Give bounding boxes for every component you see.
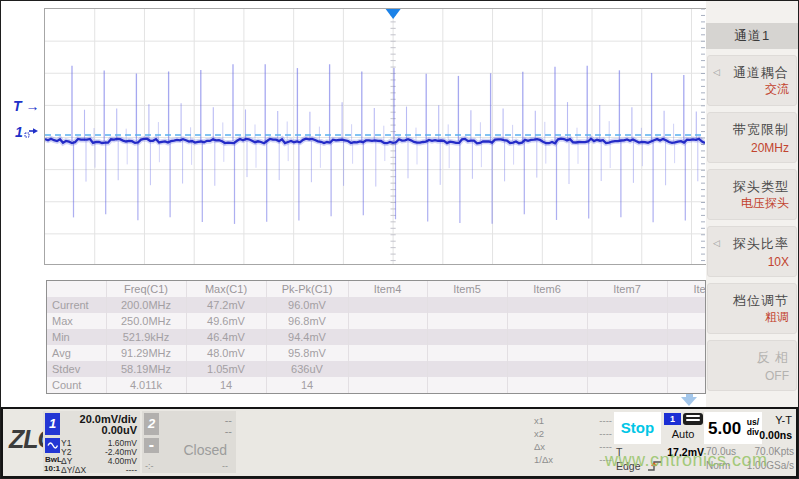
measure-value bbox=[507, 345, 587, 361]
probe-ratio-flag: 10:1 bbox=[44, 464, 60, 473]
measure-value bbox=[587, 297, 667, 313]
cursor-row-label: 1/Δx bbox=[534, 454, 553, 465]
run-state-label: Stop bbox=[621, 419, 654, 436]
trigger-coupling-icon[interactable] bbox=[683, 413, 703, 425]
measure-value: 95.8mV bbox=[266, 345, 348, 361]
measure-value bbox=[587, 361, 667, 377]
sidebar-item-2[interactable]: 探头类型电压探头 bbox=[707, 169, 797, 220]
sidebar-item-label: 探头类型 bbox=[733, 178, 789, 196]
measure-col-header[interactable]: Item8 bbox=[667, 281, 706, 297]
measure-value bbox=[427, 329, 507, 345]
trigger-source-badge[interactable]: 1 bbox=[664, 413, 681, 425]
measure-value bbox=[587, 329, 667, 345]
sidebar-item-5: 反 相OFF bbox=[707, 340, 797, 391]
submenu-arrow-icon: ◁ bbox=[713, 67, 720, 77]
trigger-marker-arrow-icon: → bbox=[25, 98, 39, 114]
measure-value bbox=[667, 313, 706, 329]
waveform-canvas[interactable] bbox=[45, 9, 705, 264]
measure-col-header[interactable]: Max(C1) bbox=[186, 281, 266, 297]
cursor-row: x2---- bbox=[534, 428, 612, 441]
measure-value bbox=[667, 297, 706, 313]
trigger-level-marker[interactable]: T → bbox=[13, 98, 39, 114]
display-mode: Y-T bbox=[746, 414, 792, 426]
run-stop-indicator[interactable]: Stop bbox=[614, 412, 661, 444]
channel1-cursor-row-label: ΔY/ΔX bbox=[61, 465, 86, 475]
measure-value bbox=[427, 345, 507, 361]
measure-col-header[interactable]: Item6 bbox=[507, 281, 587, 297]
trigger-sweep-mode[interactable]: Auto bbox=[662, 428, 704, 440]
sidebar-item-label: 档位调节 bbox=[733, 292, 789, 310]
sidebar-item-3[interactable]: ◁探头比率10X bbox=[707, 226, 797, 277]
table-row: Count4.011k1414 bbox=[47, 377, 706, 393]
sidebar-item-1[interactable]: 带宽限制20MHz bbox=[707, 112, 797, 163]
table-row: Min521.9kHz46.4mV94.4mV bbox=[47, 329, 706, 345]
measure-value bbox=[587, 345, 667, 361]
measure-row-label: Min bbox=[47, 329, 106, 345]
channel2-status-box[interactable]: 2 -- -- - Closed -:- -- bbox=[142, 411, 236, 473]
measure-value: 46.4mV bbox=[186, 329, 266, 345]
channel1-cursor-row: Y2-2.40mV bbox=[61, 447, 137, 456]
measure-value bbox=[348, 313, 427, 329]
table-row: Current200.0MHz47.2mV96.0mV bbox=[47, 297, 706, 313]
sidebar-item-0[interactable]: ◁通道耦合交流 bbox=[707, 55, 797, 106]
bandwidth-limit-flag: BwL bbox=[45, 455, 62, 464]
table-row: Max250.0MHz49.6mV96.8mV bbox=[47, 313, 706, 329]
sidebar-title: 通道1 bbox=[706, 23, 798, 49]
measurement-table: Freq(C1)Max(C1)Pk-Pk(C1)Item4Item5Item6I… bbox=[46, 280, 706, 394]
channel1-offset: 0.00uV bbox=[102, 424, 137, 436]
sidebar-item-value: 10X bbox=[768, 255, 789, 269]
channel1-cursor-row: ΔY/ΔX---- bbox=[61, 465, 137, 474]
sidebar-item-label: 探头比率 bbox=[733, 235, 789, 253]
measure-value: 96.0mV bbox=[266, 297, 348, 313]
measure-row-label: Count bbox=[47, 377, 106, 393]
measure-value: 48.0mV bbox=[186, 345, 266, 361]
channel1-cursor-row: Y11.60mV bbox=[61, 438, 137, 447]
channel1-cursor-row: ΔY4.00mV bbox=[61, 456, 137, 465]
channel1-marker-arrow-icon bbox=[24, 126, 39, 138]
cursor-row: Δx---- bbox=[534, 441, 612, 454]
measure-value: 1.05mV bbox=[186, 361, 266, 377]
measure-value bbox=[348, 361, 427, 377]
measure-col-header[interactable]: Item5 bbox=[427, 281, 507, 297]
sidebar-item-4[interactable]: 档位调节粗调 bbox=[707, 283, 797, 334]
trigger-delay: 0.00ns bbox=[746, 429, 792, 441]
measure-col-header[interactable]: Pk-Pk(C1) bbox=[266, 281, 348, 297]
measure-value bbox=[667, 329, 706, 345]
measure-value bbox=[427, 297, 507, 313]
oscilloscope-app-window: T → 1 Freq(C1)Max(C1)Pk-Pk(C1)Item4Item5… bbox=[0, 0, 799, 479]
measure-value bbox=[507, 297, 587, 313]
measure-col-header[interactable]: Item4 bbox=[348, 281, 427, 297]
channel2-status: Closed bbox=[183, 442, 227, 458]
trigger-position-icon[interactable] bbox=[386, 9, 401, 19]
channel1-status-box[interactable]: 1 20.0mV/div 0.00uV BwL 10:1 Y11.60mVY2-… bbox=[43, 411, 140, 473]
channel2-bottom-right: -- bbox=[222, 461, 228, 471]
measure-value bbox=[348, 329, 427, 345]
trigger-marker-label: T bbox=[13, 98, 22, 114]
sine-wave-icon bbox=[45, 438, 60, 453]
measure-value: 250.0MHz bbox=[106, 313, 186, 329]
channel1-cursor-row-value: ---- bbox=[126, 465, 137, 475]
sidebar-item-label: 通道耦合 bbox=[733, 64, 789, 82]
measure-col-header[interactable]: Freq(C1) bbox=[106, 281, 186, 297]
measure-value bbox=[667, 361, 706, 377]
sidebar-item-value: 20MHz bbox=[751, 141, 789, 155]
measure-value: 94.4mV bbox=[266, 329, 348, 345]
measure-value: 14 bbox=[186, 377, 266, 393]
measure-value: 91.29MHz bbox=[106, 345, 186, 361]
scroll-down-icon[interactable] bbox=[681, 394, 698, 406]
measure-value bbox=[507, 313, 587, 329]
measure-row-label: Stdev bbox=[47, 361, 106, 377]
measure-value bbox=[507, 361, 587, 377]
measure-col-header[interactable]: Item7 bbox=[587, 281, 667, 297]
measure-value: 4.011k bbox=[106, 377, 186, 393]
waveform-display[interactable] bbox=[44, 8, 706, 265]
measure-value: 96.8mV bbox=[266, 313, 348, 329]
measure-value bbox=[587, 313, 667, 329]
measure-value bbox=[587, 377, 667, 393]
cursor-row: x1---- bbox=[534, 415, 612, 428]
channel2-bottom-left: -:- bbox=[145, 461, 154, 471]
channel1-marker-label: 1 bbox=[15, 124, 23, 140]
measure-value bbox=[667, 377, 706, 393]
cursor-row-label: x1 bbox=[534, 415, 544, 426]
channel1-position-marker[interactable]: 1 bbox=[15, 124, 39, 140]
